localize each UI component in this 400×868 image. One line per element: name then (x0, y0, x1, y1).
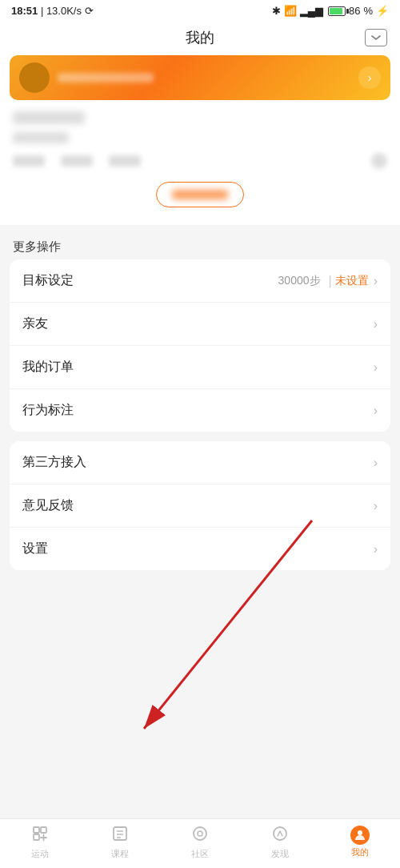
user-info-area (0, 111, 400, 177)
status-icons: ✱ 📶 ▂▄▆ 86% ⚡ (272, 5, 389, 17)
battery-percent: 86 (349, 5, 360, 17)
chevron-down-icon (370, 34, 382, 42)
sport-icon (30, 824, 50, 846)
svg-point-9 (194, 827, 206, 840)
divider: | (329, 274, 332, 288)
stat-item-3 (109, 155, 141, 167)
wifi-icon: ▂▄▆ (300, 5, 323, 17)
menu-item-goal-setting[interactable]: 目标设定 30000步 | 未设置 › (10, 259, 390, 303)
menu-label-family: 亲友 (22, 315, 374, 332)
menu-item-behavior[interactable]: 行为标注 › (10, 389, 390, 432)
user-name-blurred (13, 111, 85, 124)
menu-item-orders[interactable]: 我的订单 › (10, 346, 390, 389)
menu-label-goal: 目标设定 (22, 272, 278, 289)
top-navigation: 我的 (0, 20, 400, 55)
profile-banner: › (0, 55, 400, 225)
svg-rect-4 (34, 834, 39, 840)
nav-label-community: 社区 (191, 848, 209, 860)
svg-point-10 (198, 831, 202, 836)
menu-item-third-party[interactable]: 第三方接入 › (10, 441, 390, 484)
promo-text-area (58, 73, 358, 82)
chevron-icon-feedback: › (374, 499, 378, 513)
status-time-speed: 18:51 | 13.0K/s ⟳ (11, 5, 94, 17)
section-label-more-actions: 更多操作 (0, 231, 400, 259)
community-icon (190, 824, 210, 846)
promo-avatar (19, 62, 50, 93)
promo-blurred-text (58, 73, 154, 82)
status-time: 18:51 (11, 5, 38, 17)
status-bar: 18:51 | 13.0K/s ⟳ ✱ 📶 ▂▄▆ 86% ⚡ (0, 0, 400, 20)
profile-btn-text-blurred (172, 190, 228, 199)
chevron-icon-settings: › (374, 542, 378, 557)
menu-card-1: 目标设定 30000步 | 未设置 › 亲友 › 我的订单 › 行为标注 › (10, 259, 390, 432)
menu-item-settings[interactable]: 设置 › (10, 528, 390, 570)
signal-icon: 📶 (284, 5, 297, 17)
mine-avatar-icon (350, 826, 370, 845)
user-right-icon-blurred (371, 153, 387, 169)
svg-point-11 (274, 827, 286, 840)
status-speed: | (41, 5, 46, 17)
chevron-icon-behavior: › (374, 404, 378, 418)
bluetooth-icon: ✱ (272, 5, 281, 17)
promo-arrow-icon: › (358, 66, 381, 89)
battery-icon (328, 6, 346, 16)
profile-action-button[interactable] (156, 182, 244, 207)
stat-item-1 (13, 155, 45, 167)
svg-point-12 (358, 830, 362, 835)
chevron-icon-third-party: › (374, 456, 378, 470)
stat-item-2 (61, 155, 93, 167)
chevron-icon-family: › (374, 317, 378, 332)
status-sync-icon: ⟳ (85, 5, 94, 17)
user-sub-blurred (13, 132, 69, 143)
course-icon (110, 824, 130, 846)
promo-banner[interactable]: › (10, 55, 390, 100)
chevron-icon-goal: › (374, 274, 378, 288)
nav-item-mine[interactable]: 我的 (320, 826, 400, 858)
nav-item-community[interactable]: 社区 (160, 824, 240, 860)
nav-label-sport: 运动 (31, 848, 49, 860)
menu-label-settings: 设置 (22, 540, 374, 557)
svg-rect-3 (41, 827, 46, 833)
user-stats (13, 155, 141, 167)
menu-value-steps: 30000步 (278, 274, 321, 288)
nav-item-sport[interactable]: 运动 (0, 824, 80, 860)
charging-icon: ⚡ (376, 5, 389, 17)
nav-right-button[interactable] (365, 29, 387, 46)
menu-label-feedback: 意见反馈 (22, 497, 374, 514)
nav-item-course[interactable]: 课程 (80, 824, 160, 860)
page-title: 我的 (186, 28, 214, 47)
menu-label-orders: 我的订单 (22, 359, 374, 376)
menu-icon-box[interactable] (365, 29, 387, 46)
status-speed-value: 13.0K/s (46, 5, 82, 17)
svg-rect-2 (34, 827, 39, 833)
bottom-navigation: 运动 课程 社区 发现 (0, 818, 400, 868)
nav-label-course: 课程 (111, 848, 129, 860)
nav-item-discover[interactable]: 发现 (240, 824, 320, 860)
menu-item-family[interactable]: 亲友 › (10, 303, 390, 346)
menu-item-feedback[interactable]: 意见反馈 › (10, 484, 390, 528)
nav-label-discover: 发现 (271, 848, 289, 860)
menu-value-unsettled: 未设置 (335, 274, 369, 288)
profile-button-area (0, 177, 400, 217)
discover-icon (270, 824, 290, 846)
menu-label-behavior: 行为标注 (22, 402, 374, 419)
user-stats-row (13, 153, 387, 169)
menu-card-2: 第三方接入 › 意见反馈 › 设置 › (10, 441, 390, 570)
chevron-icon-orders: › (374, 360, 378, 375)
menu-label-third-party: 第三方接入 (22, 454, 374, 471)
nav-label-mine: 我的 (351, 846, 369, 858)
